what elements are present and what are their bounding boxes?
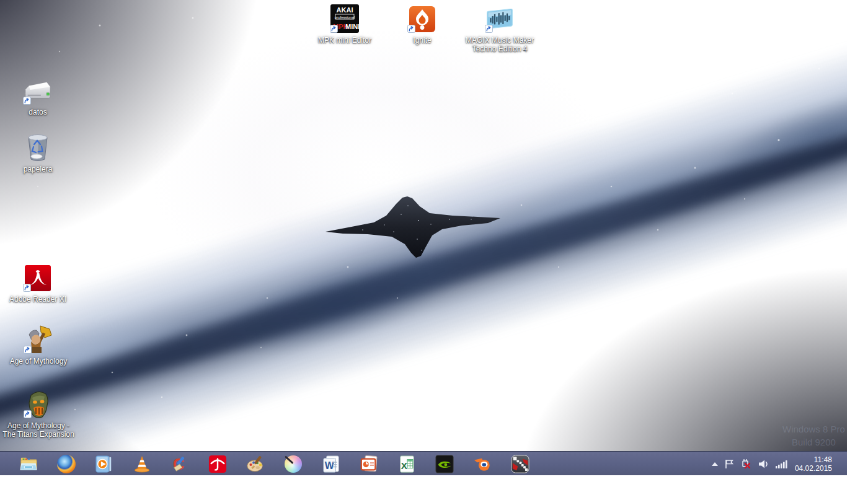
file-explorer-icon — [19, 455, 38, 473]
taskbar-powerpoint-button[interactable] — [359, 454, 379, 474]
star-field — [0, 0, 1, 1]
zipper-app-icon — [511, 455, 529, 473]
ccleaner-icon: C — [170, 455, 189, 473]
galaxy-dust-lane — [0, 97, 847, 454]
desktop-icon-label: Age of Mythology - The Titans Expansion — [2, 421, 74, 439]
magix-waveform-icon — [485, 4, 515, 33]
desktop-icon-label: Ignite — [413, 36, 431, 45]
taskbar: C — [0, 451, 847, 475]
taskbar-media-player-button[interactable] — [94, 454, 114, 474]
adobe-reader-icon — [23, 263, 53, 292]
firefox-icon — [57, 455, 76, 473]
desktop: AKAI professional MPK MINI MPK mini Edit… — [0, 0, 847, 475]
watermark-line1: Windows 8 Pro — [782, 423, 845, 436]
shortcut-arrow-icon — [23, 97, 31, 105]
taskbar-word-button[interactable]: W — [321, 454, 341, 474]
desktop-icon-magix-music-maker[interactable]: MAGIX Music Maker Techno Edition 4 — [459, 4, 540, 53]
taskbar-excel-button[interactable]: X — [397, 454, 417, 474]
desktop-icon-label: MPK mini Editor — [318, 36, 371, 45]
krita-brush-needle — [285, 455, 294, 464]
age-of-mythology-icon — [24, 325, 53, 354]
desktop-icon-datos[interactable]: datos — [0, 76, 78, 116]
volume-button[interactable] — [758, 459, 769, 469]
taskbar-clock[interactable]: 11:48 04.02.2015 — [795, 455, 832, 473]
windows-media-player-icon — [95, 455, 113, 473]
taskbar-ccleaner-button[interactable]: C — [170, 454, 190, 474]
taskbar-firefox-button[interactable] — [56, 454, 76, 474]
desktop-icon-age-of-mythology[interactable]: Age of Mythology — [0, 325, 79, 366]
svg-text:AKAI: AKAI — [337, 6, 353, 14]
taskbar-nvidia-button[interactable] — [435, 454, 454, 474]
watermark-line2: Build 9200 — [782, 436, 845, 449]
svg-text:MINI: MINI — [345, 23, 360, 30]
device-status-button[interactable] — [741, 458, 751, 469]
desktop-icon-label: Adobe Reader XI — [9, 295, 66, 304]
desktop-icon-papelera[interactable]: papelera — [0, 133, 78, 173]
desktop-icon-label: MAGIX Music Maker Techno Edition 4 — [466, 36, 534, 53]
svg-text:X: X — [401, 460, 407, 471]
shortcut-arrow-icon — [485, 25, 493, 33]
nvidia-icon — [435, 455, 454, 473]
desktop-icon-aom-titans[interactable]: Age of Mythology - The Titans Expansion — [0, 389, 79, 439]
desktop-screenshot: { "desktop": { "icons": [ {"id": "mpk-mi… — [0, 0, 868, 487]
hard-drive-icon — [23, 76, 53, 105]
shortcut-arrow-icon — [24, 346, 32, 354]
ignite-flame-icon — [407, 4, 437, 33]
clock-time: 11:48 — [795, 455, 832, 464]
shortcut-arrow-icon — [24, 410, 32, 418]
device-error-icon — [741, 458, 751, 469]
vlc-cone-icon — [133, 455, 151, 473]
chevron-up-icon — [712, 462, 718, 466]
desktop-icon-ignite[interactable]: Ignite — [382, 4, 463, 45]
taskbar-blender-button[interactable] — [472, 454, 492, 474]
network-button[interactable] — [776, 459, 788, 468]
desktop-icon-label: datos — [29, 108, 46, 116]
desktop-icon-label: papelera — [24, 165, 53, 173]
recycle-bin-icon — [23, 133, 53, 162]
spaceship-silhouette — [326, 196, 505, 263]
shortcut-arrow-icon — [330, 25, 338, 33]
avira-umbrella-icon — [208, 455, 227, 473]
word-icon: W — [322, 455, 340, 473]
taskbar-file-explorer-button[interactable] — [19, 454, 38, 474]
show-hidden-icons-button[interactable] — [712, 462, 718, 466]
taskbar-pinned-apps: C — [0, 454, 530, 474]
svg-text:professional: professional — [335, 15, 355, 19]
krita-color-wheel-icon — [285, 455, 302, 473]
shortcut-arrow-icon — [23, 284, 31, 292]
taskbar-zipper-app-button[interactable] — [510, 454, 530, 474]
system-tray: 11:48 04.02.2015 — [712, 452, 847, 475]
powerpoint-icon — [360, 455, 378, 473]
action-center-button[interactable] — [725, 459, 734, 469]
shortcut-arrow-icon — [407, 25, 415, 33]
clock-date: 04.02.2015 — [795, 464, 832, 473]
speaker-icon — [758, 459, 769, 469]
signal-bars-icon — [776, 459, 788, 468]
titan-head-icon — [24, 389, 53, 419]
excel-icon: X — [397, 455, 416, 473]
taskbar-krita-button[interactable] — [283, 454, 303, 474]
blender-icon — [473, 455, 492, 473]
desktop-icon-adobe-reader[interactable]: Adobe Reader XI — [0, 263, 78, 304]
taskbar-paint-button[interactable] — [246, 454, 265, 474]
windows-watermark: Windows 8 Pro Build 9200 — [782, 423, 845, 449]
flag-icon — [725, 459, 734, 469]
desktop-icon-mpk-mini-editor[interactable]: AKAI professional MPK MINI MPK mini Edit… — [304, 4, 385, 45]
paint-palette-icon — [246, 455, 265, 473]
taskbar-vlc-button[interactable] — [132, 454, 152, 474]
taskbar-avira-button[interactable] — [208, 454, 228, 474]
mpk-mini-editor-icon: AKAI professional MPK MINI — [330, 4, 360, 33]
desktop-icon-label: Age of Mythology — [10, 357, 68, 366]
